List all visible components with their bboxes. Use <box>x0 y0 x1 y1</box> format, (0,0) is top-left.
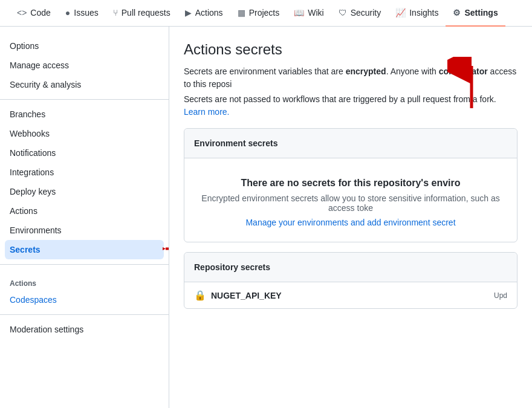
wiki-icon: 📖 <box>294 8 304 18</box>
nav-item-projects[interactable]: ▦ Projects <box>230 0 287 27</box>
top-nav: <> Code ● Issues ⑂ Pull requests ▶ Actio… <box>0 0 532 27</box>
security-icon: 🛡 <box>339 8 347 18</box>
repository-secrets-section: Repository secrets 🔒 NUGET_API_KEY Upd <box>184 252 517 309</box>
nav-item-insights[interactable]: 📈 Insights <box>388 0 446 27</box>
nav-item-code[interactable]: <> Code <box>10 0 58 27</box>
sidebar-item-secrets[interactable]: Secrets <box>5 240 164 259</box>
sidebar-divider-3 <box>0 314 169 315</box>
sidebar-item-integrations[interactable]: Integrations <box>0 163 169 182</box>
issue-icon: ● <box>65 8 70 18</box>
sidebar-item-webhooks[interactable]: Webhooks <box>0 124 169 143</box>
sidebar-section-actions-label: Actions <box>0 270 169 290</box>
projects-icon: ▦ <box>238 8 245 18</box>
nav-item-issues[interactable]: ● Issues <box>58 0 106 27</box>
environment-secrets-body: There are no secrets for this repository… <box>184 158 517 242</box>
sidebar-link-codespaces[interactable]: Codespaces <box>0 290 169 309</box>
sidebar-item-manage-access[interactable]: Manage access <box>0 56 169 75</box>
secret-name-nuget: 🔒 NUGET_API_KEY <box>194 290 282 301</box>
sidebar-item-deploy-keys[interactable]: Deploy keys <box>0 182 169 201</box>
main-content: Actions secrets Secrets are environment … <box>169 27 532 408</box>
sidebar-item-security-analysis[interactable]: Security & analysis <box>0 75 169 94</box>
main-layout: Options Manage access Security & analysi… <box>0 27 532 408</box>
environment-secrets-section: Environment secrets There are no secrets… <box>184 128 517 242</box>
sidebar-item-notifications[interactable]: Notifications <box>0 143 169 163</box>
description-2: Secrets are not passed to workflows that… <box>184 93 517 118</box>
nav-item-actions[interactable]: ▶ Actions <box>178 0 230 27</box>
code-icon: <> <box>17 8 27 18</box>
empty-state-title: There are no secrets for this repository… <box>199 178 502 189</box>
sidebar-item-actions[interactable]: Actions <box>0 201 169 221</box>
repository-secrets-body: 🔒 NUGET_API_KEY Upd <box>184 282 517 308</box>
nav-item-wiki[interactable]: 📖 Wiki <box>287 0 331 27</box>
page-title: Actions secrets <box>184 41 517 58</box>
settings-icon: ⚙ <box>453 8 461 18</box>
sidebar-divider-1 <box>0 99 169 100</box>
environment-secrets-empty: There are no secrets for this repository… <box>184 158 517 242</box>
insights-icon: 📈 <box>395 8 406 18</box>
lock-icon: 🔒 <box>194 290 206 301</box>
secret-row-nuget: 🔒 NUGET_API_KEY Upd <box>184 282 517 308</box>
secret-updated-nuget: Upd <box>494 291 507 300</box>
nav-item-security[interactable]: 🛡 Security <box>331 0 389 27</box>
sidebar-item-branches[interactable]: Branches <box>0 105 169 124</box>
nav-item-settings[interactable]: ⚙ Settings <box>446 0 505 27</box>
actions-icon: ▶ <box>185 8 192 18</box>
nav-item-pull-requests[interactable]: ⑂ Pull requests <box>106 0 178 27</box>
repository-secrets-header: Repository secrets <box>184 253 517 282</box>
empty-state-desc: Encrypted environment secrets allow you … <box>199 193 502 213</box>
sidebar-item-moderation-settings[interactable]: Moderation settings <box>0 320 169 339</box>
sidebar-item-secrets-wrapper: Secrets <box>0 240 169 259</box>
description-1: Secrets are environment variables that a… <box>184 65 517 91</box>
sidebar-item-environments[interactable]: Environments <box>0 221 169 240</box>
pr-icon: ⑂ <box>113 8 118 18</box>
sidebar: Options Manage access Security & analysi… <box>0 27 169 408</box>
sidebar-item-options[interactable]: Options <box>0 36 169 56</box>
learn-more-link[interactable]: Learn more. <box>184 107 229 117</box>
environment-secrets-header: Environment secrets <box>184 129 517 158</box>
sidebar-divider-2 <box>0 264 169 265</box>
manage-environments-link[interactable]: Manage your environments and add environ… <box>245 218 455 227</box>
